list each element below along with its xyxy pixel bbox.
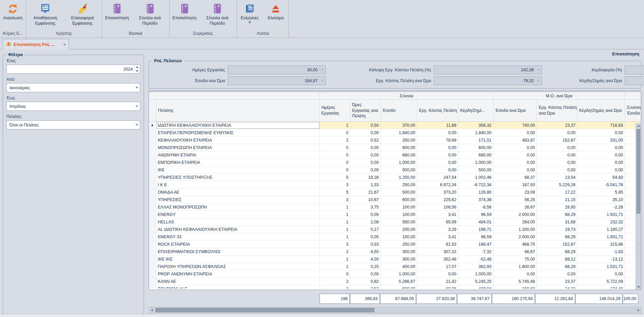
scroll-up-icon[interactable] xyxy=(636,123,641,128)
value-cell[interactable]: 232,32 xyxy=(577,218,625,226)
from-combo[interactable]: Ιανουάριος xyxy=(6,83,140,92)
value-cell[interactable]: 168,47 xyxy=(459,241,494,248)
value-cell[interactable]: 31,68 xyxy=(537,218,577,226)
value-cell[interactable]: 2,52 xyxy=(350,285,381,289)
table-row[interactable]: ENERGY 3310,05100,003,4196,592.000,0068,… xyxy=(149,233,641,241)
value-cell[interactable]: 1.000,00 xyxy=(459,159,494,166)
customer-cell[interactable]: ΙΚΕ ΙΚΕ xyxy=(156,255,320,263)
value-cell[interactable]: 1.002,46 xyxy=(459,174,494,181)
value-cell[interactable]: 1 xyxy=(320,218,350,226)
value-cell[interactable]: 0,00 xyxy=(537,159,577,166)
value-cell[interactable]: 0,00 xyxy=(350,144,381,151)
value-cell[interactable]: 1 xyxy=(320,233,350,241)
value-cell[interactable]: 370,00 xyxy=(381,122,417,129)
year-input[interactable]: 2024 xyxy=(6,65,140,74)
column-header[interactable]: Εργ. Κόστος Πελάτη xyxy=(417,100,459,121)
value-cell[interactable]: 0,00 xyxy=(577,144,625,151)
table-row[interactable]: ΕΠΙΧΕΙΡΗΜΑΤΙΚΟΙ ΣΥΜΒΟΥΛΟΙ24,50300,00307,… xyxy=(149,248,641,255)
value-cell[interactable]: 1,33 xyxy=(350,181,381,189)
vertical-scroll-thumb[interactable] xyxy=(637,129,640,214)
table-row[interactable]: ΙΚΕ ΙΚΕ14,00300,00352,48-52,4875,0088,12… xyxy=(149,255,641,263)
value-cell[interactable]: -52,48 xyxy=(459,255,494,263)
value-cell[interactable]: 18,28 xyxy=(350,174,381,181)
value-cell[interactable]: 0,00 xyxy=(417,144,459,151)
value-cell[interactable]: 5.745,46 xyxy=(494,278,537,285)
value-cell[interactable]: 3 xyxy=(320,241,350,248)
table-row[interactable]: ΙΔΙΩΤΙΚΗ ΚΕΦΑΛΑΙΟΥΧΙΚΗ ΕΤΑΙΡΕΙΑ10,50370,… xyxy=(149,122,641,129)
value-cell[interactable]: 2 xyxy=(320,137,350,144)
value-cell[interactable]: 2.000,00 xyxy=(494,211,537,218)
value-cell[interactable]: 78,99 xyxy=(417,137,459,144)
column-header[interactable]: Έσοδα ανα Ώρα xyxy=(494,100,537,121)
value-cell[interactable]: 0,00 xyxy=(350,129,381,137)
value-cell[interactable]: 23,37 xyxy=(537,278,577,285)
value-cell[interactable]: 0,00 xyxy=(577,159,625,166)
value-cell[interactable]: 0,00 xyxy=(417,129,459,137)
value-cell[interactable]: 0,00 xyxy=(537,270,577,278)
customer-cell[interactable]: ΠΑΡΟΧΗ ΥΠΗΡΕΣΙΩΝ ΑΣΦΑΛΕΙΑΣ xyxy=(156,263,320,270)
value-cell[interactable]: 1 xyxy=(320,226,350,233)
value-cell[interactable]: 0,00 xyxy=(350,166,381,174)
value-cell[interactable]: 100,00 xyxy=(381,233,417,241)
value-cell[interactable]: 68,29 xyxy=(537,211,577,218)
value-cell[interactable]: 358,32 xyxy=(459,122,494,129)
totals-per-period-button[interactable]: Σύνολα ανά Περίοδο xyxy=(131,1,169,26)
value-cell[interactable]: 0,17 xyxy=(350,226,381,233)
value-cell[interactable]: 484,01 xyxy=(459,218,494,226)
value-cell[interactable]: 0,05 xyxy=(350,211,381,218)
value-cell[interactable]: 0,53 xyxy=(350,241,381,248)
value-cell[interactable]: 56,25 xyxy=(494,196,537,203)
value-cell[interactable]: 2 xyxy=(320,285,350,289)
value-cell[interactable]: 1.250,00 xyxy=(381,174,417,181)
value-cell[interactable]: 0 xyxy=(320,151,350,159)
value-cell[interactable]: 250,00 xyxy=(381,181,417,189)
value-cell[interactable]: 17,07 xyxy=(417,263,459,270)
customer-cell[interactable]: ΚΑΝΝ ΑΕ xyxy=(156,278,320,285)
value-cell[interactable]: 1 xyxy=(320,263,350,270)
value-cell[interactable]: 196,71 xyxy=(459,226,494,233)
value-cell[interactable]: 0,00 xyxy=(577,129,625,137)
value-cell[interactable]: 68,29 xyxy=(537,233,577,241)
value-cell[interactable]: 1.931,71 xyxy=(577,233,625,241)
value-cell[interactable]: 0 xyxy=(320,129,350,137)
value-cell[interactable]: 10,67 xyxy=(350,196,381,203)
value-cell[interactable]: 400,00 xyxy=(381,263,417,270)
overview-compare-button[interactable]: Επισκόπηση xyxy=(170,1,199,21)
value-cell[interactable]: 500,00 xyxy=(381,166,417,174)
value-cell[interactable]: 0,00 xyxy=(494,144,537,151)
value-cell[interactable]: 315,88 xyxy=(577,241,625,248)
customer-cell[interactable]: Ι Κ Ε xyxy=(156,181,320,189)
value-cell[interactable]: 68,37 xyxy=(494,174,537,181)
value-cell[interactable]: 225,62 xyxy=(417,196,459,203)
value-cell[interactable]: 0 xyxy=(320,166,350,174)
value-cell[interactable]: 5 xyxy=(320,189,350,196)
customer-cell[interactable]: ENERGY 33 xyxy=(156,233,320,241)
value-cell[interactable]: 0,00 xyxy=(350,159,381,166)
value-cell[interactable]: 0,00 xyxy=(417,159,459,166)
value-cell[interactable]: 331,00 xyxy=(577,137,625,144)
value-cell[interactable]: -13,12 xyxy=(577,255,625,263)
value-cell[interactable]: 54,83 xyxy=(577,174,625,181)
customers-combo[interactable]: Όλοι οι Πελάτες xyxy=(6,120,140,129)
value-cell[interactable]: 1 xyxy=(320,122,350,129)
value-cell[interactable]: 0,00 xyxy=(577,270,625,278)
value-cell[interactable]: 0,00 xyxy=(494,270,537,278)
value-cell[interactable]: 75,00 xyxy=(494,255,537,263)
value-cell[interactable]: 0 xyxy=(320,159,350,166)
value-cell[interactable]: 96,59 xyxy=(459,211,494,218)
value-cell[interactable]: 2 xyxy=(320,248,350,255)
value-cell[interactable]: 3 xyxy=(320,196,350,203)
value-cell[interactable]: 11,68 xyxy=(417,122,459,129)
value-cell[interactable]: 5 xyxy=(320,174,350,181)
value-cell[interactable]: 300,00 xyxy=(381,255,417,263)
chevron-down-icon[interactable] xyxy=(134,105,140,107)
customer-cell[interactable]: PROP ΑΝΩΝΥΜΗ ΕΤΑΙΡΕΙΑ xyxy=(156,270,320,278)
customer-cell[interactable]: HELLAS xyxy=(156,218,320,226)
value-cell[interactable]: 0,00 xyxy=(494,151,537,159)
value-cell[interactable]: 0,00 xyxy=(417,166,459,174)
value-cell[interactable]: 0,00 xyxy=(537,144,577,151)
value-cell[interactable]: 0 xyxy=(320,144,350,151)
value-cell[interactable]: 247,54 xyxy=(417,174,459,181)
value-cell[interactable]: 198,68 xyxy=(494,285,537,289)
value-cell[interactable]: 21,42 xyxy=(417,278,459,285)
